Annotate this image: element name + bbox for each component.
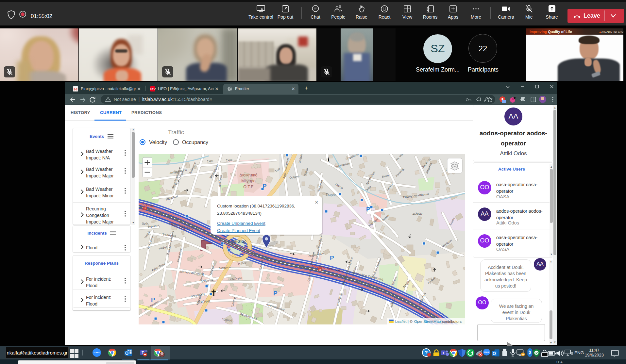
svg-text:T: T xyxy=(442,351,444,355)
svg-text:Ωμάς: Ωμάς xyxy=(142,222,148,225)
svg-text:P: P xyxy=(366,206,370,213)
svg-text:Custom location (38.0417236119: Custom location (38.041723611992836, xyxy=(217,204,295,208)
svg-text:×: × xyxy=(315,199,318,206)
svg-text:Κηφισίας: Κηφισίας xyxy=(228,239,246,244)
svg-text:P: P xyxy=(273,290,278,297)
svg-text:Δελφών: Δελφών xyxy=(413,212,422,215)
svg-text:11: 11 xyxy=(319,268,322,271)
svg-text:OpenStreetMap: OpenStreetMap xyxy=(414,320,441,323)
svg-text:Σωρός: Σωρός xyxy=(326,193,336,197)
svg-text:Μέγαρο: Μέγαρο xyxy=(241,179,256,183)
svg-text:P: P xyxy=(330,255,334,261)
svg-text:Create Unplanned Event: Create Unplanned Event xyxy=(217,221,265,226)
svg-text:Ο.Τ.Ε: Ο.Τ.Ε xyxy=(243,185,253,189)
svg-text:Leaflet: Leaflet xyxy=(395,320,407,323)
svg-text:Διοικητικό: Διοικητικό xyxy=(240,173,258,177)
svg-text:contributors: contributors xyxy=(442,320,462,323)
svg-text:ℹ: ℹ xyxy=(328,157,330,162)
svg-text:23.805287048348134): 23.805287048348134) xyxy=(217,211,262,216)
svg-text:11: 11 xyxy=(144,207,146,210)
svg-text:P: P xyxy=(262,183,267,190)
svg-text:Create Planned Event: Create Planned Event xyxy=(217,228,260,233)
svg-text:| ©: | © xyxy=(408,320,413,323)
